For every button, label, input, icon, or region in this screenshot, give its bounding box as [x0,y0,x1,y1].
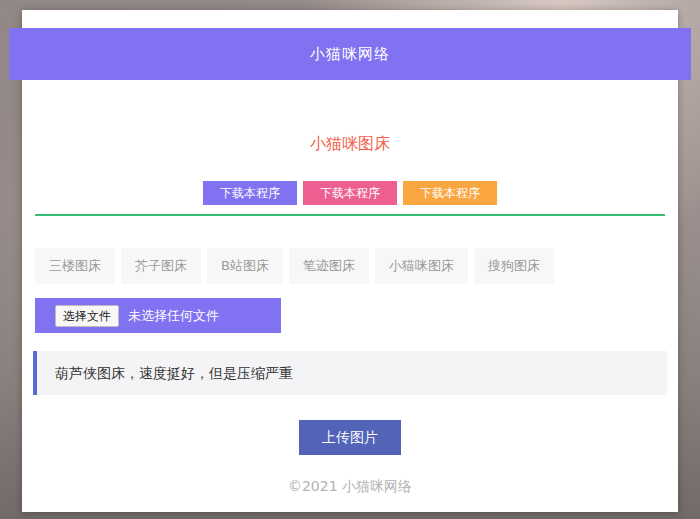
notice-text: 葫芦侠图床，速度挺好，但是压缩严重 [55,365,293,381]
tab-bilibili[interactable]: B站图床 [207,248,283,284]
file-input-row: 选择文件 未选择任何文件 [35,298,665,333]
tab-xiaomaomi[interactable]: 小猫咪图床 [375,248,468,284]
tab-biji[interactable]: 笔迹图床 [289,248,369,284]
main-card: 小猫咪网络 小猫咪图床 下载本程序 下载本程序 下载本程序 三楼图床 芥子图床 … [22,10,678,512]
file-status-text: 未选择任何文件 [128,307,219,325]
download-button-orange[interactable]: 下载本程序 [403,181,497,205]
footer-copyright: ©2021 小猫咪网络 [22,478,678,496]
upload-row: 上传图片 [22,420,678,455]
image-host-tabs: 三楼图床 芥子图床 B站图床 笔迹图床 小猫咪图床 搜狗图床 [35,248,665,284]
download-button-purple[interactable]: 下载本程序 [203,181,297,205]
tab-sanlou[interactable]: 三楼图床 [35,248,115,284]
file-input[interactable]: 选择文件 未选择任何文件 [35,298,281,333]
tab-jiezi[interactable]: 芥子图床 [121,248,201,284]
upload-button[interactable]: 上传图片 [299,420,401,455]
download-button-pink[interactable]: 下载本程序 [303,181,397,205]
notice-box: 葫芦侠图床，速度挺好，但是压缩严重 [33,351,667,395]
tab-sougou[interactable]: 搜狗图床 [474,248,554,284]
choose-file-button[interactable]: 选择文件 [55,305,119,327]
site-title: 小猫咪网络 [310,45,390,63]
green-divider [35,214,665,216]
download-buttons-row: 下载本程序 下载本程序 下载本程序 [22,181,678,205]
site-banner: 小猫咪网络 [9,28,691,80]
page-title: 小猫咪图床 [22,134,678,155]
